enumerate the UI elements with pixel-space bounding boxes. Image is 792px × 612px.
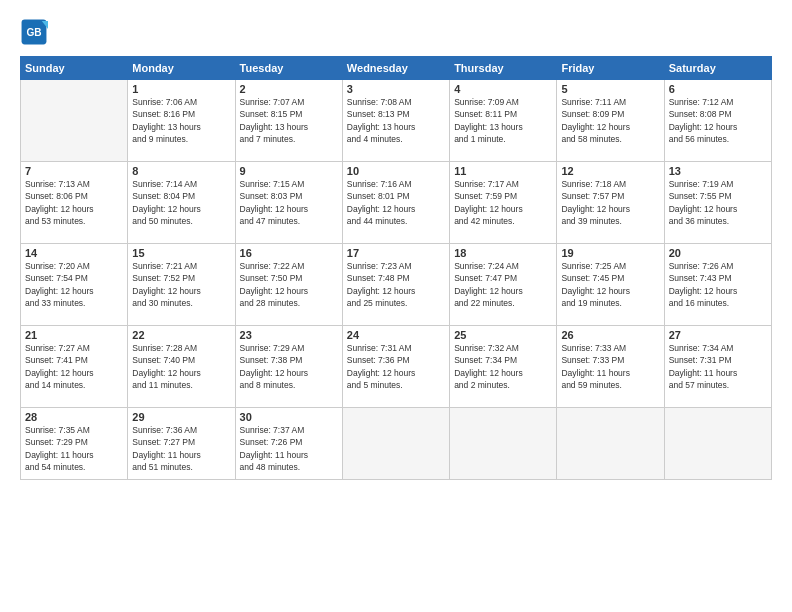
day-info: Sunrise: 7:29 AMSunset: 7:38 PMDaylight:…	[240, 342, 338, 391]
weekday-header-wednesday: Wednesday	[342, 57, 449, 80]
calendar-cell: 10Sunrise: 7:16 AMSunset: 8:01 PMDayligh…	[342, 162, 449, 244]
calendar-cell	[21, 80, 128, 162]
week-row-3: 14Sunrise: 7:20 AMSunset: 7:54 PMDayligh…	[21, 244, 772, 326]
calendar-cell: 16Sunrise: 7:22 AMSunset: 7:50 PMDayligh…	[235, 244, 342, 326]
day-info: Sunrise: 7:26 AMSunset: 7:43 PMDaylight:…	[669, 260, 767, 309]
day-number: 22	[132, 329, 230, 341]
calendar-cell: 21Sunrise: 7:27 AMSunset: 7:41 PMDayligh…	[21, 326, 128, 408]
calendar-cell: 25Sunrise: 7:32 AMSunset: 7:34 PMDayligh…	[450, 326, 557, 408]
day-info: Sunrise: 7:12 AMSunset: 8:08 PMDaylight:…	[669, 96, 767, 145]
calendar-cell: 12Sunrise: 7:18 AMSunset: 7:57 PMDayligh…	[557, 162, 664, 244]
calendar-cell: 13Sunrise: 7:19 AMSunset: 7:55 PMDayligh…	[664, 162, 771, 244]
calendar-cell: 28Sunrise: 7:35 AMSunset: 7:29 PMDayligh…	[21, 408, 128, 480]
weekday-header-row: SundayMondayTuesdayWednesdayThursdayFrid…	[21, 57, 772, 80]
day-number: 13	[669, 165, 767, 177]
calendar-cell: 5Sunrise: 7:11 AMSunset: 8:09 PMDaylight…	[557, 80, 664, 162]
day-info: Sunrise: 7:15 AMSunset: 8:03 PMDaylight:…	[240, 178, 338, 227]
day-info: Sunrise: 7:13 AMSunset: 8:06 PMDaylight:…	[25, 178, 123, 227]
day-info: Sunrise: 7:28 AMSunset: 7:40 PMDaylight:…	[132, 342, 230, 391]
weekday-header-sunday: Sunday	[21, 57, 128, 80]
day-number: 15	[132, 247, 230, 259]
calendar-cell: 19Sunrise: 7:25 AMSunset: 7:45 PMDayligh…	[557, 244, 664, 326]
day-number: 21	[25, 329, 123, 341]
day-info: Sunrise: 7:08 AMSunset: 8:13 PMDaylight:…	[347, 96, 445, 145]
day-info: Sunrise: 7:32 AMSunset: 7:34 PMDaylight:…	[454, 342, 552, 391]
day-number: 10	[347, 165, 445, 177]
weekday-header-tuesday: Tuesday	[235, 57, 342, 80]
calendar-cell	[450, 408, 557, 480]
weekday-header-saturday: Saturday	[664, 57, 771, 80]
calendar-cell: 30Sunrise: 7:37 AMSunset: 7:26 PMDayligh…	[235, 408, 342, 480]
day-number: 16	[240, 247, 338, 259]
day-info: Sunrise: 7:19 AMSunset: 7:55 PMDaylight:…	[669, 178, 767, 227]
day-number: 11	[454, 165, 552, 177]
header: GB	[20, 18, 772, 46]
day-info: Sunrise: 7:37 AMSunset: 7:26 PMDaylight:…	[240, 424, 338, 473]
day-info: Sunrise: 7:07 AMSunset: 8:15 PMDaylight:…	[240, 96, 338, 145]
svg-text:GB: GB	[26, 27, 41, 38]
day-info: Sunrise: 7:20 AMSunset: 7:54 PMDaylight:…	[25, 260, 123, 309]
day-info: Sunrise: 7:31 AMSunset: 7:36 PMDaylight:…	[347, 342, 445, 391]
day-number: 12	[561, 165, 659, 177]
day-number: 4	[454, 83, 552, 95]
day-info: Sunrise: 7:09 AMSunset: 8:11 PMDaylight:…	[454, 96, 552, 145]
calendar-cell: 17Sunrise: 7:23 AMSunset: 7:48 PMDayligh…	[342, 244, 449, 326]
week-row-2: 7Sunrise: 7:13 AMSunset: 8:06 PMDaylight…	[21, 162, 772, 244]
day-info: Sunrise: 7:17 AMSunset: 7:59 PMDaylight:…	[454, 178, 552, 227]
calendar-cell: 15Sunrise: 7:21 AMSunset: 7:52 PMDayligh…	[128, 244, 235, 326]
calendar-cell: 26Sunrise: 7:33 AMSunset: 7:33 PMDayligh…	[557, 326, 664, 408]
calendar-cell: 24Sunrise: 7:31 AMSunset: 7:36 PMDayligh…	[342, 326, 449, 408]
calendar-cell: 4Sunrise: 7:09 AMSunset: 8:11 PMDaylight…	[450, 80, 557, 162]
page: GB SundayMondayTuesdayWednesdayThursdayF…	[0, 0, 792, 612]
calendar-cell: 7Sunrise: 7:13 AMSunset: 8:06 PMDaylight…	[21, 162, 128, 244]
calendar-cell	[557, 408, 664, 480]
weekday-header-thursday: Thursday	[450, 57, 557, 80]
day-info: Sunrise: 7:16 AMSunset: 8:01 PMDaylight:…	[347, 178, 445, 227]
weekday-header-monday: Monday	[128, 57, 235, 80]
day-number: 20	[669, 247, 767, 259]
day-info: Sunrise: 7:23 AMSunset: 7:48 PMDaylight:…	[347, 260, 445, 309]
day-number: 17	[347, 247, 445, 259]
day-number: 28	[25, 411, 123, 423]
week-row-1: 1Sunrise: 7:06 AMSunset: 8:16 PMDaylight…	[21, 80, 772, 162]
day-number: 6	[669, 83, 767, 95]
weekday-header-friday: Friday	[557, 57, 664, 80]
day-info: Sunrise: 7:35 AMSunset: 7:29 PMDaylight:…	[25, 424, 123, 473]
calendar-cell: 14Sunrise: 7:20 AMSunset: 7:54 PMDayligh…	[21, 244, 128, 326]
day-number: 27	[669, 329, 767, 341]
calendar-cell: 6Sunrise: 7:12 AMSunset: 8:08 PMDaylight…	[664, 80, 771, 162]
day-number: 26	[561, 329, 659, 341]
day-info: Sunrise: 7:33 AMSunset: 7:33 PMDaylight:…	[561, 342, 659, 391]
week-row-5: 28Sunrise: 7:35 AMSunset: 7:29 PMDayligh…	[21, 408, 772, 480]
day-number: 8	[132, 165, 230, 177]
day-number: 9	[240, 165, 338, 177]
calendar-cell: 1Sunrise: 7:06 AMSunset: 8:16 PMDaylight…	[128, 80, 235, 162]
calendar-cell: 9Sunrise: 7:15 AMSunset: 8:03 PMDaylight…	[235, 162, 342, 244]
calendar-cell: 27Sunrise: 7:34 AMSunset: 7:31 PMDayligh…	[664, 326, 771, 408]
day-number: 1	[132, 83, 230, 95]
calendar-cell: 3Sunrise: 7:08 AMSunset: 8:13 PMDaylight…	[342, 80, 449, 162]
day-number: 18	[454, 247, 552, 259]
day-info: Sunrise: 7:24 AMSunset: 7:47 PMDaylight:…	[454, 260, 552, 309]
day-number: 24	[347, 329, 445, 341]
day-info: Sunrise: 7:21 AMSunset: 7:52 PMDaylight:…	[132, 260, 230, 309]
day-info: Sunrise: 7:34 AMSunset: 7:31 PMDaylight:…	[669, 342, 767, 391]
calendar-cell: 22Sunrise: 7:28 AMSunset: 7:40 PMDayligh…	[128, 326, 235, 408]
day-number: 30	[240, 411, 338, 423]
day-info: Sunrise: 7:18 AMSunset: 7:57 PMDaylight:…	[561, 178, 659, 227]
day-number: 14	[25, 247, 123, 259]
calendar-cell	[342, 408, 449, 480]
calendar-cell: 18Sunrise: 7:24 AMSunset: 7:47 PMDayligh…	[450, 244, 557, 326]
day-number: 7	[25, 165, 123, 177]
day-info: Sunrise: 7:27 AMSunset: 7:41 PMDaylight:…	[25, 342, 123, 391]
day-number: 5	[561, 83, 659, 95]
day-info: Sunrise: 7:06 AMSunset: 8:16 PMDaylight:…	[132, 96, 230, 145]
day-number: 29	[132, 411, 230, 423]
day-number: 19	[561, 247, 659, 259]
day-info: Sunrise: 7:11 AMSunset: 8:09 PMDaylight:…	[561, 96, 659, 145]
calendar-cell: 11Sunrise: 7:17 AMSunset: 7:59 PMDayligh…	[450, 162, 557, 244]
calendar-cell: 23Sunrise: 7:29 AMSunset: 7:38 PMDayligh…	[235, 326, 342, 408]
day-info: Sunrise: 7:36 AMSunset: 7:27 PMDaylight:…	[132, 424, 230, 473]
logo: GB	[20, 18, 52, 46]
day-number: 3	[347, 83, 445, 95]
